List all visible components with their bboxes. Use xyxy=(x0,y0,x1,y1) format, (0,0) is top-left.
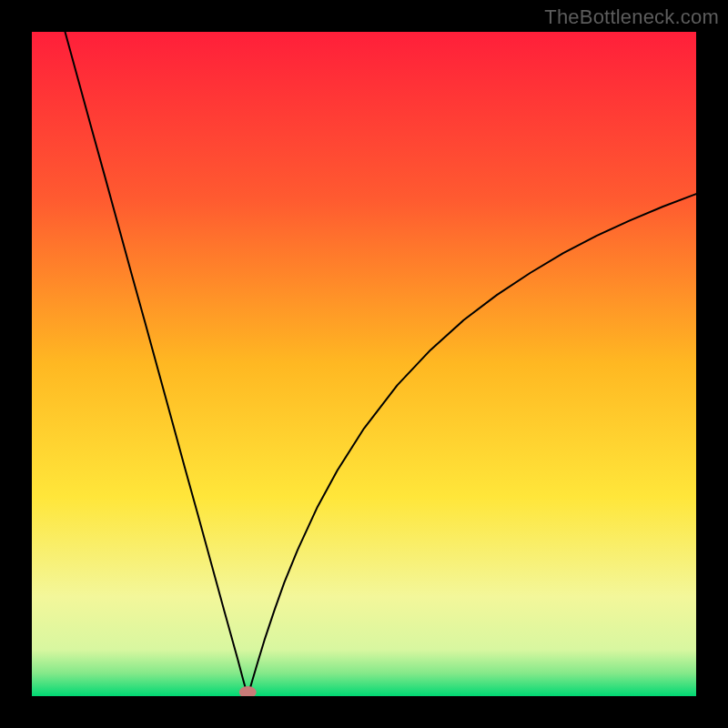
watermark-text: TheBottleneck.com xyxy=(544,5,719,29)
chart-plot xyxy=(32,32,696,696)
chart-frame: TheBottleneck.com xyxy=(0,0,728,728)
chart-background xyxy=(32,32,696,696)
